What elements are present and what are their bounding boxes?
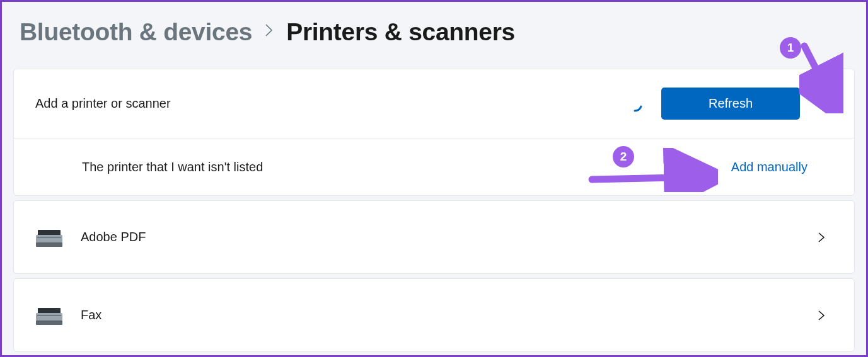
svg-rect-1	[36, 235, 62, 243]
annotation-arrow-1	[799, 41, 843, 113]
printer-item-card[interactable]: Fax	[13, 278, 855, 352]
add-printer-row[interactable]: Add a printer or scanner Refresh	[14, 69, 854, 139]
breadcrumb: Bluetooth & devices Printers & scanners	[20, 18, 848, 46]
annotation-arrow-2	[586, 148, 718, 192]
chevron-right-icon	[807, 231, 835, 244]
svg-rect-4	[38, 308, 61, 314]
svg-line-9	[592, 177, 705, 179]
svg-rect-6	[37, 315, 61, 316]
chevron-right-icon	[265, 23, 274, 41]
svg-line-8	[804, 46, 834, 104]
add-manually-link[interactable]: Add manually	[731, 160, 835, 174]
add-printer-label: Add a printer or scanner	[35, 96, 626, 111]
printer-not-listed-row: The printer that I want isn't listed Add…	[14, 139, 854, 195]
svg-rect-5	[36, 313, 62, 321]
svg-rect-3	[36, 242, 62, 247]
annotation-badge-2: 2	[613, 146, 634, 167]
printer-icon	[35, 226, 81, 249]
svg-rect-7	[36, 320, 62, 325]
refresh-button[interactable]: Refresh	[661, 88, 800, 120]
loading-spinner-icon	[626, 95, 644, 113]
printer-item-card[interactable]: Adobe PDF	[13, 200, 855, 274]
printer-row[interactable]: Fax	[14, 279, 854, 351]
breadcrumb-parent[interactable]: Bluetooth & devices	[20, 18, 252, 46]
breadcrumb-current: Printers & scanners	[286, 18, 515, 46]
page-header: Bluetooth & devices Printers & scanners	[2, 2, 866, 69]
printer-icon	[35, 304, 81, 327]
printer-name: Adobe PDF	[81, 230, 800, 244]
chevron-right-icon	[807, 309, 835, 322]
printer-row[interactable]: Adobe PDF	[14, 201, 854, 273]
printer-name: Fax	[81, 308, 800, 322]
add-printer-card: Add a printer or scanner Refresh The pri…	[13, 69, 855, 196]
svg-rect-0	[38, 230, 61, 235]
annotation-badge-1: 1	[780, 37, 801, 59]
svg-rect-2	[37, 237, 61, 238]
